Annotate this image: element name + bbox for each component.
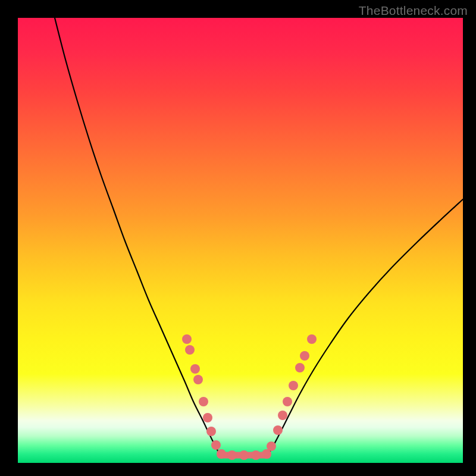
- marker-dot: [227, 450, 237, 460]
- curve-layer: [18, 18, 463, 463]
- marker-dot: [217, 449, 226, 459]
- marker-dot: [283, 397, 292, 406]
- marker-dot: [267, 441, 276, 451]
- marker-dot: [251, 450, 261, 460]
- marker-dot: [206, 427, 216, 436]
- marker-dot: [289, 381, 298, 390]
- series-right-branch: [268, 199, 463, 455]
- plot-area: [18, 18, 463, 463]
- marker-dot: [211, 440, 221, 450]
- marker-dot: [239, 450, 249, 460]
- marker-dot: [278, 411, 287, 420]
- chart-frame: TheBottleneck.com: [0, 0, 476, 476]
- series-group: [55, 18, 463, 455]
- marker-dot: [190, 364, 200, 374]
- watermark-text: TheBottleneck.com: [359, 4, 468, 18]
- marker-dot: [273, 425, 283, 435]
- marker-dot: [307, 334, 317, 344]
- marker-dot: [193, 375, 203, 384]
- marker-dot: [300, 351, 309, 361]
- marker-dot: [295, 363, 305, 372]
- marker-dot: [182, 334, 192, 344]
- marker-dot: [203, 413, 212, 422]
- marker-group: [182, 334, 317, 460]
- marker-dot: [199, 397, 208, 406]
- marker-dot: [185, 345, 195, 355]
- series-left-branch: [55, 18, 220, 455]
